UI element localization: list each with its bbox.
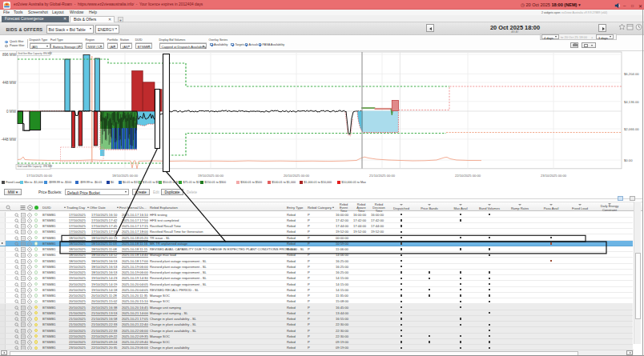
svg-text:448 MW: 448 MW: [2, 81, 17, 85]
svg-text:22/10/2025 00:00: 22/10/2025 00:00: [455, 174, 481, 178]
svg-text:21/10/2025 00:00: 21/10/2025 00:00: [369, 174, 396, 178]
svg-text:20/10/2025 00:00: 20/10/2025 00:00: [284, 174, 310, 178]
svg-text:$4,136.00: $4,136.00: [624, 100, 639, 104]
svg-text:0 MW: 0 MW: [6, 110, 17, 114]
svg-text:17/10/2025 00:00: 17/10/2025 00:00: [26, 174, 53, 178]
svg-text:-448 MW: -448 MW: [1, 138, 16, 142]
svg-text:19/10/2025 00:00: 19/10/2025 00:00: [198, 174, 224, 178]
svg-text:Grid Load Min Capacity: -896 M: Grid Load Min Capacity: -896 MW: [18, 165, 53, 168]
svg-text:896 MW: 896 MW: [2, 53, 17, 57]
svg-text:$2,066.00: $2,066.00: [624, 127, 639, 131]
svg-text:$6,204.00: $6,204.00: [624, 72, 639, 76]
svg-text:Grid Gen Max Capacity: 896 MW: Grid Gen Max Capacity: 896 MW: [18, 52, 52, 55]
svg-text:18/10/2025 00:00: 18/10/2025 00:00: [112, 174, 139, 178]
svg-text:$0.00: $0.00: [624, 158, 633, 162]
svg-text:23/10/2025 00:00: 23/10/2025 00:00: [541, 174, 567, 178]
